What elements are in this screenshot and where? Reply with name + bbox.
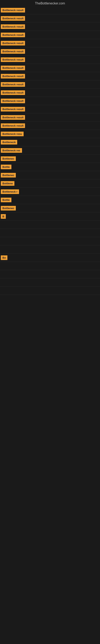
- bottleneck-label[interactable]: Bottleneck result: [1, 82, 25, 87]
- bottleneck-row: Bottleneck result: [0, 122, 100, 130]
- bar-area: [26, 24, 100, 30]
- bottleneck-label[interactable]: Bottleneck result: [1, 8, 25, 12]
- bottleneck-label[interactable]: Bottleneck result: [1, 123, 25, 128]
- bar-area: [26, 7, 100, 13]
- bottleneck-row: [0, 237, 100, 245]
- bar-area: [26, 40, 100, 46]
- bottleneck-row: [0, 262, 100, 270]
- bottleneck-label[interactable]: Bottleneck result: [1, 107, 25, 112]
- site-title: TheBottlenecker.com: [0, 0, 100, 6]
- bottleneck-row: Bottleneck result: [0, 39, 100, 47]
- bar-area: [26, 106, 100, 112]
- bottleneck-row: [0, 220, 100, 229]
- bar-area: [1, 230, 100, 236]
- bottleneck-row: Bottleneck result: [0, 88, 100, 97]
- bar-area: [7, 214, 100, 219]
- bottleneck-label[interactable]: Bottleneck result: [1, 115, 25, 120]
- bottleneck-row: Bottleneck r: [0, 188, 100, 196]
- bar-area: [1, 271, 100, 277]
- bottleneck-row: Bottleneck result: [0, 14, 100, 22]
- bottleneck-label[interactable]: Bottleneck resu: [1, 132, 24, 136]
- bottleneck-label[interactable]: Bottleneck result: [1, 90, 25, 95]
- bottleneck-label[interactable]: Bottlenec: [1, 156, 16, 161]
- bottleneck-label[interactable]: Bottleneck result: [1, 57, 25, 62]
- bottleneck-row: Bottleneck result: [0, 64, 100, 72]
- bottleneck-label[interactable]: Bottlene: [1, 181, 14, 186]
- bar-area: [26, 82, 100, 87]
- bar-area: [1, 288, 100, 294]
- bar-area: [17, 205, 100, 211]
- bottleneck-row: Bottleneck result: [0, 47, 100, 56]
- bottleneck-row: Bottlenec: [0, 204, 100, 212]
- bottleneck-label[interactable]: Bottleneck result: [1, 41, 25, 46]
- bar-area: [17, 156, 100, 162]
- rows-container: Bottleneck resultBottleneck resultBottle…: [0, 6, 100, 295]
- bottleneck-label[interactable]: Bottlenec: [1, 173, 16, 178]
- bar-area: [20, 189, 100, 194]
- bottleneck-row: Bottleneck resu: [0, 130, 100, 138]
- bottleneck-row: Bottlenec: [0, 171, 100, 179]
- bottleneck-row: Bottleneck result: [0, 56, 100, 64]
- bottleneck-label[interactable]: Bottleneck result: [1, 16, 25, 21]
- bottleneck-label[interactable]: Bottleneck result: [1, 49, 25, 54]
- bottleneck-row: Bo: [0, 254, 100, 262]
- bottleneck-row: Bottleneck result: [0, 113, 100, 122]
- bottleneck-label[interactable]: Bottleneck result: [1, 74, 25, 78]
- bar-area: [17, 172, 100, 178]
- bottleneck-row: Bottleneck result: [0, 31, 100, 39]
- bottleneck-row: [0, 278, 100, 286]
- bar-area: [24, 131, 100, 137]
- bottleneck-label[interactable]: Bottleneck result: [1, 98, 25, 103]
- bar-area: [1, 246, 100, 252]
- bar-area: [12, 197, 100, 203]
- bar-area: [1, 238, 100, 244]
- bar-area: [1, 263, 100, 269]
- bar-area: [1, 222, 100, 228]
- bottleneck-row: Bottleneck result: [0, 80, 100, 88]
- bottleneck-row: Bottleneck result: [0, 105, 100, 113]
- bottleneck-label[interactable]: Bottleneck result: [1, 32, 25, 37]
- bar-area: [1, 280, 100, 285]
- bottleneck-row: Bottlenec: [0, 154, 100, 163]
- bottleneck-label[interactable]: Bottleneck result: [1, 66, 25, 70]
- bottleneck-row: [0, 286, 100, 295]
- bar-area: [26, 114, 100, 120]
- bar-area: [26, 65, 100, 71]
- bar-area: [8, 255, 100, 260]
- bottleneck-label[interactable]: Bottlenec: [1, 206, 16, 210]
- bottleneck-row: Bottlene: [0, 179, 100, 188]
- bottleneck-label[interactable]: Bo: [1, 256, 7, 260]
- bar-area: [26, 123, 100, 128]
- bar-area: [23, 148, 100, 153]
- bottleneck-row: Bottleneck: [0, 138, 100, 146]
- bottleneck-label[interactable]: Bottleneck: [1, 140, 17, 144]
- bar-area: [26, 32, 100, 38]
- bottleneck-row: Bottleneck result: [0, 72, 100, 80]
- bar-area: [12, 164, 100, 170]
- bottleneck-row: Bottleneck result: [0, 6, 100, 14]
- bottleneck-row: Bottleneck result: [0, 22, 100, 31]
- bottleneck-row: B: [0, 212, 100, 220]
- bar-area: [26, 90, 100, 96]
- bottleneck-row: Bottle: [0, 196, 100, 204]
- bottleneck-label[interactable]: B: [1, 214, 6, 219]
- bottleneck-label[interactable]: Bottleneck r: [1, 190, 19, 194]
- bar-area: [26, 57, 100, 62]
- site-header: TheBottlenecker.com: [0, 0, 100, 6]
- bottleneck-row: [0, 270, 100, 278]
- bottleneck-row: Bottleneck res: [0, 146, 100, 154]
- bottleneck-label[interactable]: Bottle: [1, 198, 11, 202]
- bar-area: [26, 98, 100, 104]
- bottleneck-label[interactable]: Bottleneck res: [1, 148, 22, 153]
- bottleneck-row: [0, 245, 100, 254]
- bottleneck-row: [0, 229, 100, 237]
- bottleneck-row: Bottleneck result: [0, 97, 100, 105]
- bar-area: [18, 139, 100, 145]
- bottleneck-label[interactable]: Bottleneck result: [1, 24, 25, 29]
- bar-area: [26, 73, 100, 79]
- bar-area: [15, 180, 100, 186]
- bar-area: [26, 48, 100, 54]
- bottleneck-row: Bottle: [0, 163, 100, 171]
- bar-area: [26, 16, 100, 21]
- bottleneck-label[interactable]: Bottle: [1, 164, 11, 169]
